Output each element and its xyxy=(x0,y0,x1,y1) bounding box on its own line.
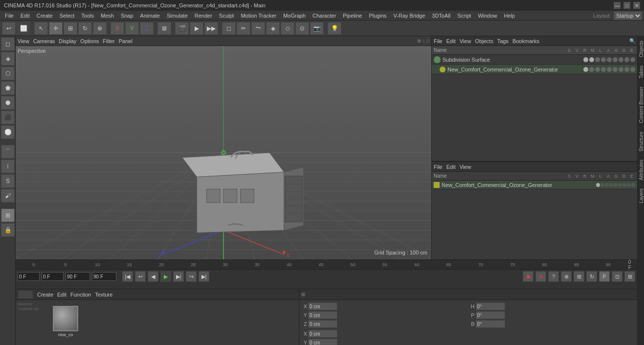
x2-field[interactable] xyxy=(308,330,337,338)
tab-takes[interactable]: Takes xyxy=(638,61,644,82)
prev-frame-button[interactable]: ◀ xyxy=(148,271,158,282)
ozone-col-s[interactable] xyxy=(583,67,588,72)
undo-button[interactable]: ↩ xyxy=(2,22,16,35)
scale-tool[interactable]: ⊞ xyxy=(64,22,77,35)
ozone-col-v[interactable] xyxy=(589,67,594,72)
snap-anim-btn[interactable]: ⊞ xyxy=(624,271,635,282)
y-axis[interactable]: Y xyxy=(125,22,139,35)
obj-menu-tags[interactable]: Tags xyxy=(497,38,509,44)
menu-simulate[interactable]: Simulate xyxy=(164,12,191,20)
checkerboard-mode[interactable]: ⊞ xyxy=(1,208,15,222)
obj-search-icon[interactable]: 🔍 xyxy=(629,38,635,44)
vp-menu-cameras[interactable]: Cameras xyxy=(33,38,55,44)
go-start-button[interactable]: |◀ xyxy=(122,271,133,282)
col-e-dot[interactable] xyxy=(630,57,635,62)
mat-menu-edit[interactable]: Edit xyxy=(57,292,67,298)
poly-mode[interactable]: ◈ xyxy=(1,52,15,66)
edge-mode[interactable]: ⬡ xyxy=(1,67,15,80)
select-tool[interactable]: ↖ xyxy=(34,22,48,35)
col-d-dot[interactable] xyxy=(624,57,629,62)
mat-menu-function[interactable]: Function xyxy=(70,292,91,298)
vp-menu-options[interactable]: Options xyxy=(80,38,99,44)
fcurve-btn[interactable]: ⊞ xyxy=(574,271,584,282)
close-button[interactable]: ✕ xyxy=(633,2,640,9)
deformer[interactable]: ◇ xyxy=(281,22,294,35)
material-item-new-co[interactable]: new_co xyxy=(53,306,78,337)
model-mode[interactable]: ⬛ xyxy=(1,111,15,124)
render-active[interactable]: ▶▶ xyxy=(204,22,218,35)
rotate-tool[interactable]: ↻ xyxy=(78,22,92,35)
menu-animate[interactable]: Animate xyxy=(137,12,163,20)
p-field[interactable] xyxy=(476,311,505,319)
ozone-col-a[interactable] xyxy=(613,67,618,72)
material-thumbnail[interactable] xyxy=(53,306,78,331)
obj-item-subdivision[interactable]: Subdivision Surface xyxy=(432,55,637,65)
z-axis[interactable]: Z xyxy=(140,22,154,35)
object-mode[interactable]: ◻ xyxy=(1,37,15,51)
menu-sculpt[interactable]: Sculpt xyxy=(216,12,237,20)
perspective-view[interactable]: ◻ xyxy=(222,22,236,35)
vp-menu-filter[interactable]: Filter xyxy=(103,38,114,44)
tab-attributes[interactable]: Attributes xyxy=(638,155,644,184)
h-field[interactable] xyxy=(476,302,505,310)
col-a-dot[interactable] xyxy=(613,57,618,62)
y2-field[interactable] xyxy=(308,339,337,345)
environment[interactable]: ⊙ xyxy=(295,22,309,35)
nurbs-mode[interactable]: ◈ xyxy=(266,22,280,35)
play-button[interactable]: ▶ xyxy=(160,271,171,282)
go-end-button[interactable]: ▶| xyxy=(199,271,209,282)
auto-key-btn[interactable]: ⊗ xyxy=(535,271,546,282)
maximize-button[interactable]: □ xyxy=(623,2,630,9)
transform-tool[interactable]: ⊕ xyxy=(93,22,107,35)
menu-render[interactable]: Render xyxy=(192,12,215,20)
mat-menu-create[interactable]: Create xyxy=(37,292,53,298)
spline-mode[interactable]: 〜 xyxy=(251,22,265,35)
spiro-tool[interactable]: S xyxy=(1,174,15,188)
menu-character[interactable]: Character xyxy=(310,12,339,20)
render-preview[interactable]: ▶ xyxy=(190,22,203,35)
menu-mesh[interactable]: Mesh xyxy=(98,12,117,20)
redo-button[interactable]: ⬜ xyxy=(17,22,30,35)
layout-select[interactable]: Startup xyxy=(614,11,642,20)
obj-menu-file[interactable]: File xyxy=(434,38,443,44)
menu-create[interactable]: Create xyxy=(34,12,56,20)
col-s-dot[interactable] xyxy=(583,57,588,62)
tab-structure[interactable]: Structure xyxy=(638,127,644,156)
axis-toggle[interactable]: ⊠ xyxy=(157,22,171,35)
options-anim-btn[interactable]: ⊡ xyxy=(612,271,622,282)
vp-menu-panel[interactable]: Panel xyxy=(119,38,133,44)
menu-3dtoall[interactable]: 3DToAll xyxy=(429,12,453,20)
col-v-dot[interactable] xyxy=(589,57,594,62)
x-pos-field[interactable] xyxy=(308,302,337,310)
sculpt-mode[interactable]: ⚪ xyxy=(1,125,15,139)
tab-objects[interactable]: Objects xyxy=(638,36,644,61)
menu-tools[interactable]: Tools xyxy=(78,12,97,20)
attr-item-ozone[interactable]: New_Comfort_Commercial_Ozone_Generator xyxy=(432,181,637,189)
b-field[interactable] xyxy=(476,320,505,328)
end-frame-field[interactable] xyxy=(66,272,90,281)
draw-mode[interactable]: ✏ xyxy=(237,22,250,35)
ozone-col-e[interactable] xyxy=(630,67,635,72)
viewport-3d[interactable]: View Cameras Display Options Filter Pane… xyxy=(16,36,432,259)
render-timeline-btn[interactable]: P xyxy=(599,271,610,282)
ozone-col-r[interactable] xyxy=(595,67,600,72)
mat-menu-texture[interactable]: Texture xyxy=(95,292,112,298)
step-back-button[interactable]: ↩ xyxy=(135,271,146,282)
ozone-col-l[interactable] xyxy=(607,67,612,72)
attr-menu-edit[interactable]: Edit xyxy=(446,164,456,170)
obj-menu-view[interactable]: View xyxy=(460,38,471,44)
lock-mode[interactable]: 🔒 xyxy=(1,223,15,237)
menu-file[interactable]: File xyxy=(2,12,17,20)
move-tool[interactable]: ✛ xyxy=(49,22,63,35)
obj-item-ozone[interactable]: New_Comfort_Commercial_Ozone_Generator xyxy=(432,65,637,74)
camera-obj[interactable]: 📷 xyxy=(310,22,324,35)
attr-menu-view[interactable]: View xyxy=(460,164,471,170)
render-region[interactable]: 🎬 xyxy=(175,22,189,35)
attr-menu-file[interactable]: File xyxy=(434,164,443,170)
z-pos-field[interactable] xyxy=(308,320,337,328)
obj-menu-bookmarks[interactable]: Bookmarks xyxy=(512,38,539,44)
point-mode[interactable]: ⬟ xyxy=(1,81,15,95)
tab-content-browser[interactable]: Content Browser xyxy=(638,82,644,127)
menu-window[interactable]: Window xyxy=(475,12,500,20)
vp-menu-display[interactable]: Display xyxy=(59,38,76,44)
